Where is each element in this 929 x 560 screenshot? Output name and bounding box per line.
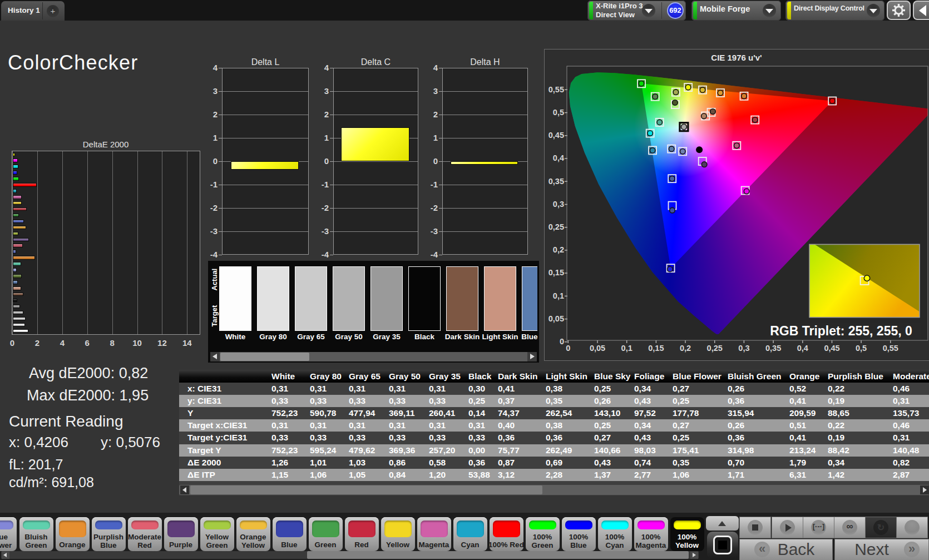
svg-text:0,1: 0,1 [621, 344, 632, 353]
svg-text:0,5: 0,5 [553, 108, 564, 117]
svg-text:RGB Triplet: 255, 255, 0: RGB Triplet: 255, 255, 0 [770, 324, 912, 338]
svg-text:0,35: 0,35 [548, 177, 564, 186]
svg-text:0,3: 0,3 [553, 200, 564, 209]
svg-text:0,25: 0,25 [707, 344, 723, 353]
svg-text:0,25: 0,25 [548, 222, 564, 231]
svg-text:0,1: 0,1 [553, 291, 564, 300]
svg-text:0,15: 0,15 [548, 268, 564, 277]
svg-text:0,05: 0,05 [590, 344, 605, 353]
svg-text:0,55: 0,55 [548, 85, 564, 94]
svg-text:0,45: 0,45 [824, 344, 839, 353]
svg-text:0: 0 [560, 337, 564, 346]
svg-text:0,3: 0,3 [738, 344, 749, 353]
svg-text:0,2: 0,2 [680, 344, 691, 353]
svg-text:0,15: 0,15 [648, 344, 664, 353]
svg-text:0: 0 [566, 344, 570, 353]
svg-text:0,45: 0,45 [548, 131, 564, 140]
svg-text:0,55: 0,55 [883, 344, 898, 353]
svg-text:0,35: 0,35 [765, 344, 781, 353]
svg-text:0,4: 0,4 [797, 344, 808, 353]
svg-text:0,5: 0,5 [856, 344, 867, 353]
svg-text:0,2: 0,2 [553, 245, 564, 254]
svg-text:0,05: 0,05 [548, 314, 564, 323]
svg-text:0,4: 0,4 [553, 153, 564, 162]
